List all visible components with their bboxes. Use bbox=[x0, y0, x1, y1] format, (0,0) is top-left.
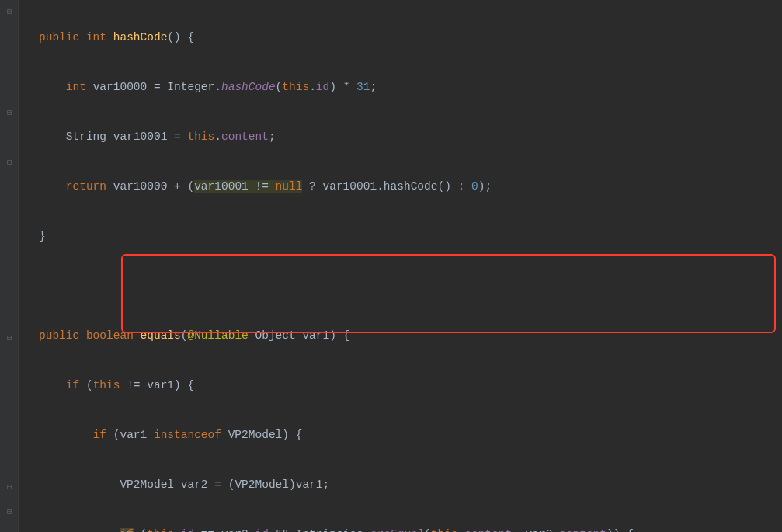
method-equals: equals bbox=[141, 329, 181, 342]
keyword-instanceof: instanceof bbox=[154, 429, 221, 441]
fold-marker-icon[interactable]: ⊟ bbox=[5, 508, 14, 517]
field-id: id bbox=[316, 81, 329, 93]
field-content: content bbox=[559, 528, 606, 532]
static-method-hashCode: hashCode bbox=[221, 81, 276, 93]
field-content: content bbox=[221, 130, 269, 143]
highlighted-span: if bbox=[120, 528, 133, 532]
code-line[interactable]: public boolean equals(@Nullable Object v… bbox=[19, 323, 782, 348]
keyword-return: return bbox=[66, 180, 106, 193]
code-line[interactable] bbox=[19, 273, 782, 298]
keyword-if: if bbox=[66, 379, 79, 391]
field-content: content bbox=[464, 528, 512, 532]
fold-marker-icon[interactable]: ⊟ bbox=[5, 109, 14, 118]
code-line[interactable]: return var10000 + (var10001 != null ? va… bbox=[19, 174, 782, 199]
fold-marker-icon[interactable]: ⊟ bbox=[5, 8, 14, 17]
code-editor[interactable]: public int hashCode() { int var10000 = I… bbox=[19, 0, 782, 532]
field-id: id bbox=[255, 528, 268, 532]
keyword-if: if bbox=[120, 528, 133, 532]
keyword-public: public bbox=[39, 329, 79, 342]
keyword-int: int bbox=[86, 31, 106, 43]
keyword-if: if bbox=[93, 429, 106, 441]
code-line[interactable]: if (var1 instanceof VP2Model) { bbox=[19, 422, 782, 447]
keyword-public: public bbox=[39, 31, 79, 43]
code-line[interactable]: if (this != var1) { bbox=[19, 373, 782, 398]
annotation-nullable: @Nullable bbox=[187, 329, 248, 342]
gutter: ⊟ ⊟ ⊟ ⊟ ⊟ ⊟ bbox=[0, 0, 19, 532]
highlighted-span: var10001 != null bbox=[194, 180, 302, 193]
code-line[interactable]: } bbox=[19, 224, 782, 249]
code-line[interactable]: VP2Model var2 = (VP2Model)var1; bbox=[19, 472, 782, 497]
static-method-areEqual: areEqual bbox=[370, 528, 424, 532]
fold-marker-icon[interactable]: ⊟ bbox=[5, 483, 14, 492]
method-hashCode: hashCode bbox=[113, 31, 168, 43]
fold-marker-icon[interactable]: ⊟ bbox=[5, 158, 14, 168]
code-line[interactable]: public int hashCode() { bbox=[19, 25, 782, 50]
code-line[interactable]: if (this.id == var2.id && Intrinsics.are… bbox=[19, 522, 782, 532]
keyword-boolean: boolean bbox=[86, 329, 134, 342]
code-line[interactable]: String var10001 = this.content; bbox=[19, 124, 782, 149]
field-id: id bbox=[181, 528, 194, 532]
fold-marker-icon[interactable]: ⊟ bbox=[5, 334, 14, 343]
code-line[interactable]: int var10000 = Integer.hashCode(this.id)… bbox=[19, 75, 782, 99]
keyword-int: int bbox=[66, 81, 86, 93]
